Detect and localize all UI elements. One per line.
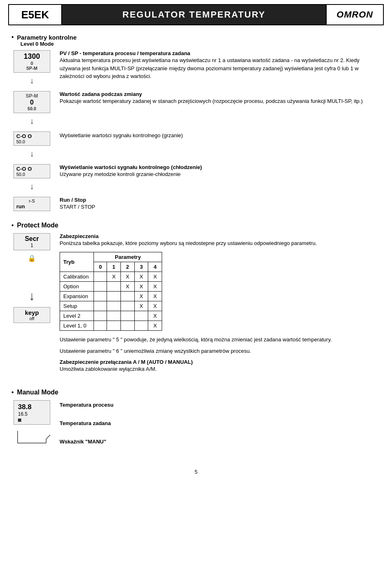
run-stop-row: r-S run Run / Stop START / STOP (11, 197, 381, 214)
protect-device-col: Secr 1 🔒 ↓ keyp off (11, 233, 52, 376)
table-cell-0-1: X (107, 272, 121, 282)
pv-sp-device-col: 1300 0 SP-M ↓ (11, 50, 52, 86)
brand-label: OMRON (326, 5, 383, 24)
table-cell-3-1 (107, 301, 121, 311)
run-stop-text: Run / Stop START / STOP (60, 197, 381, 214)
wartosc-text: Wartość zadana podczas zmiany Pokazuje w… (60, 91, 381, 127)
secr-label: Secr (18, 235, 46, 243)
table-cell-1-3: X (134, 282, 148, 292)
secr-num: 1 (18, 243, 46, 248)
table-cell-1-2: X (121, 282, 135, 292)
zabezpieczenia-title: Zabezpieczenia (60, 233, 381, 239)
temp-process-title: Temperatura procesu (60, 402, 381, 408)
protect-section-title: Protect Mode (17, 222, 58, 229)
table-cell-4-2 (121, 311, 135, 321)
protect-note1: Ustawienie parametru " 5 " powoduje, że … (60, 336, 381, 344)
heating-title: Wyświetlanie wartości sygnału kontrolneg… (60, 131, 381, 140)
table-row-name-4: Level 2 (60, 311, 94, 321)
manual-main-val: 38.8 (18, 403, 46, 411)
run-val: run (16, 203, 47, 209)
secr-display: Secr 1 (13, 233, 50, 250)
table-row-name-2: Expansion (60, 292, 94, 301)
table-sub-col-1: 1 (107, 262, 121, 272)
table-sub-col-2: 2 (121, 262, 135, 272)
table-cell-2-0 (94, 292, 107, 301)
wartosc-sub: 50.0 (17, 106, 47, 111)
table-sub-col-0: 0 (94, 262, 107, 272)
run-stop-display: r-S run (13, 197, 50, 211)
wartosc-title: Wartość zadana podczas zmiany (60, 91, 381, 97)
lock-icon: 🔒 (28, 254, 36, 262)
table-cell-3-2 (121, 301, 135, 311)
arrow-down-1: ↓ (30, 76, 34, 85)
heating-display: C-O O 50.0 (13, 131, 50, 146)
table-cell-2-4: X (148, 292, 162, 301)
protect-bullet: • (11, 222, 14, 229)
wartosc-display: SP-M 0 50.0 (13, 91, 50, 113)
table-cell-5-3 (134, 321, 148, 331)
run-stop-title: Run / Stop (60, 197, 381, 203)
table-cell-5-0 (94, 321, 107, 331)
page-title: REGULATOR TEMPERATURY (62, 5, 326, 24)
table-row-name-0: Calibration (60, 272, 94, 282)
arrow-down-2: ↓ (30, 116, 34, 126)
page-header: E5EK REGULATOR TEMPERATURY OMRON (8, 4, 384, 25)
wskaznik-title: Wskaźnik "MANU" (60, 439, 381, 445)
table-cell-3-3: X (134, 301, 148, 311)
manual-bullet: • (11, 389, 14, 396)
table-cell-0-2: X (121, 272, 135, 282)
keyp-val: off (17, 316, 47, 321)
table-cell-0-3: X (134, 272, 148, 282)
wartosc-desc: Pokazuje wartość temperatury zadanej w s… (60, 97, 381, 105)
protect-arrow-down: ↓ (29, 289, 35, 303)
table-header-parametry: Parametry (94, 252, 162, 262)
cooling-device-col: C-O O 50.0 ↓ (11, 164, 52, 192)
table-sub-col-4: 4 (148, 262, 162, 272)
manual-text-col: Temperatura procesu Temperatura zadana W… (60, 400, 381, 445)
protect-table: Tryb Parametry 0 1 2 3 4 CalibrationXXXX… (60, 252, 162, 331)
table-cell-4-0 (94, 311, 107, 321)
arrow-down-3: ↓ (30, 149, 34, 158)
pv-sp-display: 1300 0 SP-M (13, 50, 50, 73)
protect-text-col: Zabezpieczenia Poniższa tabelka pokazuje… (60, 233, 381, 376)
keyp-desc: Umożliwia zablokowanie wyłącznika A/M. (60, 365, 381, 373)
pv-display-sub: 0 (17, 61, 47, 66)
run-stop-device-col: r-S run (11, 197, 52, 214)
temp-zadana-title: Temperatura zadana (60, 420, 381, 426)
table-header-tryb: Tryb (60, 252, 94, 272)
keyp-display: keyp off (13, 307, 50, 323)
pv-display-main: 1300 (17, 52, 47, 61)
table-cell-5-2 (121, 321, 135, 331)
level0-section-header: • Parametry kontrolne Level 0 Mode (11, 33, 381, 47)
pv-sp-desc: Aktualna temperatura procesu jest wyświe… (60, 56, 381, 80)
table-cell-0-4: X (148, 272, 162, 282)
table-row-name-1: Option (60, 282, 94, 292)
heating-prefix: C-O (16, 133, 26, 139)
keyp-label: keyp (17, 309, 47, 316)
wartosc-device-col: SP-M 0 50.0 ↓ (11, 91, 52, 127)
table-cell-4-4: X (148, 311, 162, 321)
cooling-title: Wyświetlanie wartości sygnału kontrolneg… (60, 164, 381, 170)
manual-lines-svg (13, 429, 50, 445)
cooling-desc: Używane przy metodzie kontroli grzanie-c… (60, 170, 381, 178)
cooling-display: C-O O 50.0 (13, 164, 50, 178)
zabezpieczenia-desc: Poniższa tabelka pokazuje, które poziomy… (60, 239, 381, 247)
page-number: 5 (0, 469, 392, 479)
wartosc-row: SP-M 0 50.0 ↓ Wartość zadana podczas zmi… (11, 91, 381, 127)
model-label: E5EK (9, 5, 62, 24)
table-cell-3-0 (94, 301, 107, 311)
manual-section-title: Manual Mode (17, 389, 58, 396)
pv-sp-title: PV / SP - temperatura procesu / temperat… (60, 50, 381, 56)
cooling-row: C-O O 50.0 ↓ Wyświetlanie wartości sygna… (11, 164, 381, 192)
cooling-sub: 50.0 (16, 172, 47, 177)
table-row-name-5: Level 1, 0 (60, 321, 94, 331)
table-sub-col-3: 3 (134, 262, 148, 272)
table-cell-2-1 (107, 292, 121, 301)
heating-text: Wyświetlanie wartości sygnału kontrolneg… (60, 131, 381, 159)
table-cell-3-4: X (148, 301, 162, 311)
main-content: • Parametry kontrolne Level 0 Mode 1300 … (0, 25, 392, 457)
protect-note2: Ustawienie parametru " 6 " uniemożliwia … (60, 347, 381, 355)
arrow-down-4: ↓ (30, 182, 34, 191)
table-cell-1-4: X (148, 282, 162, 292)
manual-display: 38.8 16.5 (13, 400, 50, 425)
